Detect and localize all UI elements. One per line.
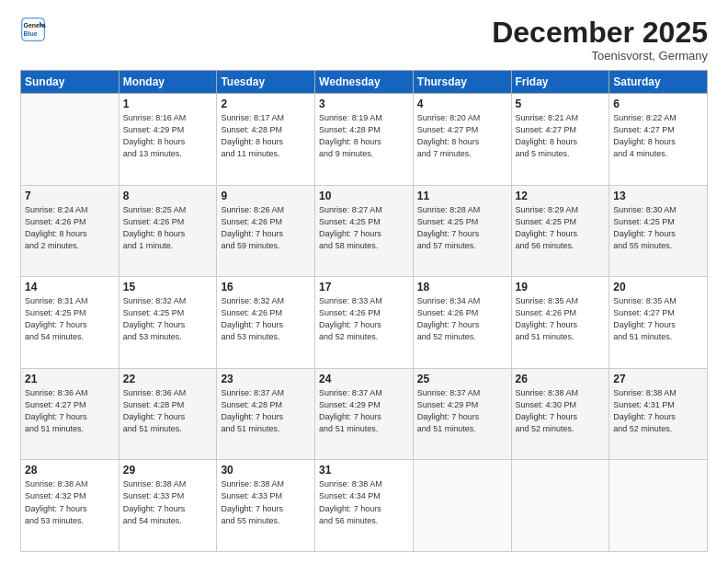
day-number: 10: [319, 190, 409, 202]
calendar-week-5: 28Sunrise: 8:38 AM Sunset: 4:32 PM Dayli…: [21, 460, 708, 552]
day-info: Sunrise: 8:38 AM Sunset: 4:33 PM Dayligh…: [123, 478, 213, 526]
calendar-cell: 7Sunrise: 8:24 AM Sunset: 4:26 PM Daylig…: [21, 185, 119, 277]
day-number: 2: [221, 98, 311, 110]
day-info: Sunrise: 8:26 AM Sunset: 4:26 PM Dayligh…: [221, 204, 311, 252]
day-number: 26: [516, 373, 606, 385]
day-number: 27: [613, 373, 703, 385]
calendar-cell: 28Sunrise: 8:38 AM Sunset: 4:32 PM Dayli…: [21, 460, 119, 552]
day-number: 11: [417, 190, 507, 202]
day-info: Sunrise: 8:27 AM Sunset: 4:25 PM Dayligh…: [319, 204, 409, 252]
calendar-cell: 24Sunrise: 8:37 AM Sunset: 4:29 PM Dayli…: [315, 368, 414, 460]
day-number: 20: [613, 281, 703, 293]
calendar-cell: [413, 460, 511, 552]
calendar-week-3: 14Sunrise: 8:31 AM Sunset: 4:25 PM Dayli…: [21, 277, 708, 369]
day-info: Sunrise: 8:16 AM Sunset: 4:29 PM Dayligh…: [123, 112, 213, 160]
day-info: Sunrise: 8:32 AM Sunset: 4:26 PM Dayligh…: [221, 295, 311, 343]
day-number: 18: [417, 281, 507, 293]
calendar-cell: 20Sunrise: 8:35 AM Sunset: 4:27 PM Dayli…: [609, 277, 708, 369]
day-info: Sunrise: 8:29 AM Sunset: 4:25 PM Dayligh…: [516, 204, 606, 252]
logo: General Blue: [20, 17, 46, 42]
day-number: 13: [613, 190, 703, 202]
weekday-header-sunday: Sunday: [21, 71, 119, 94]
day-info: Sunrise: 8:22 AM Sunset: 4:27 PM Dayligh…: [613, 112, 703, 160]
month-title: December 2025: [492, 17, 708, 49]
day-info: Sunrise: 8:38 AM Sunset: 4:31 PM Dayligh…: [613, 387, 703, 435]
day-info: Sunrise: 8:24 AM Sunset: 4:26 PM Dayligh…: [25, 204, 115, 252]
day-info: Sunrise: 8:31 AM Sunset: 4:25 PM Dayligh…: [25, 295, 115, 343]
day-info: Sunrise: 8:19 AM Sunset: 4:28 PM Dayligh…: [319, 112, 409, 160]
calendar-cell: 3Sunrise: 8:19 AM Sunset: 4:28 PM Daylig…: [315, 94, 414, 186]
day-number: 15: [123, 281, 213, 293]
day-number: 19: [516, 281, 606, 293]
day-number: 21: [25, 373, 115, 385]
day-info: Sunrise: 8:35 AM Sunset: 4:27 PM Dayligh…: [613, 295, 703, 343]
title-block: December 2025 Toenisvorst, Germany: [492, 17, 708, 63]
calendar-cell: 10Sunrise: 8:27 AM Sunset: 4:25 PM Dayli…: [315, 185, 414, 277]
calendar-table: SundayMondayTuesdayWednesdayThursdayFrid…: [20, 70, 708, 552]
weekday-header-friday: Friday: [511, 71, 609, 94]
day-info: Sunrise: 8:30 AM Sunset: 4:25 PM Dayligh…: [613, 204, 703, 252]
calendar-cell: 4Sunrise: 8:20 AM Sunset: 4:27 PM Daylig…: [413, 94, 511, 186]
day-info: Sunrise: 8:28 AM Sunset: 4:25 PM Dayligh…: [417, 204, 507, 252]
day-number: 1: [123, 98, 213, 110]
day-number: 23: [221, 373, 311, 385]
calendar-cell: 15Sunrise: 8:32 AM Sunset: 4:25 PM Dayli…: [119, 277, 217, 369]
weekday-header-thursday: Thursday: [413, 71, 511, 94]
day-number: 30: [221, 464, 311, 477]
calendar-cell: 6Sunrise: 8:22 AM Sunset: 4:27 PM Daylig…: [609, 94, 708, 186]
day-number: 31: [319, 464, 409, 477]
calendar-cell: 5Sunrise: 8:21 AM Sunset: 4:27 PM Daylig…: [511, 94, 609, 186]
day-info: Sunrise: 8:20 AM Sunset: 4:27 PM Dayligh…: [417, 112, 507, 160]
calendar-cell: 27Sunrise: 8:38 AM Sunset: 4:31 PM Dayli…: [609, 368, 708, 460]
calendar-cell: 30Sunrise: 8:38 AM Sunset: 4:33 PM Dayli…: [217, 460, 315, 552]
day-number: 25: [417, 373, 507, 385]
day-info: Sunrise: 8:38 AM Sunset: 4:33 PM Dayligh…: [221, 478, 311, 526]
page: General Blue December 2025 Toenisvorst, …: [0, 0, 728, 563]
svg-text:Blue: Blue: [24, 30, 38, 37]
day-info: Sunrise: 8:37 AM Sunset: 4:29 PM Dayligh…: [417, 387, 507, 435]
header: General Blue December 2025 Toenisvorst, …: [20, 17, 708, 63]
calendar-cell: 22Sunrise: 8:36 AM Sunset: 4:28 PM Dayli…: [119, 368, 217, 460]
calendar-cell: [511, 460, 609, 552]
calendar-cell: [609, 460, 708, 552]
location-subtitle: Toenisvorst, Germany: [492, 49, 708, 63]
calendar-cell: 12Sunrise: 8:29 AM Sunset: 4:25 PM Dayli…: [511, 185, 609, 277]
day-number: 9: [221, 190, 311, 202]
logo-icon: General Blue: [20, 17, 46, 42]
day-number: 6: [613, 98, 703, 110]
calendar-week-4: 21Sunrise: 8:36 AM Sunset: 4:27 PM Dayli…: [21, 368, 708, 460]
day-info: Sunrise: 8:38 AM Sunset: 4:30 PM Dayligh…: [516, 387, 606, 435]
calendar-cell: 8Sunrise: 8:25 AM Sunset: 4:26 PM Daylig…: [119, 185, 217, 277]
day-number: 29: [123, 464, 213, 477]
calendar-cell: 23Sunrise: 8:37 AM Sunset: 4:28 PM Dayli…: [217, 368, 315, 460]
day-number: 24: [319, 373, 409, 385]
day-info: Sunrise: 8:32 AM Sunset: 4:25 PM Dayligh…: [123, 295, 213, 343]
day-number: 4: [417, 98, 507, 110]
calendar-cell: 1Sunrise: 8:16 AM Sunset: 4:29 PM Daylig…: [119, 94, 217, 186]
day-number: 7: [25, 190, 115, 202]
calendar-cell: 25Sunrise: 8:37 AM Sunset: 4:29 PM Dayli…: [413, 368, 511, 460]
calendar-week-1: 1Sunrise: 8:16 AM Sunset: 4:29 PM Daylig…: [21, 94, 708, 186]
day-number: 22: [123, 373, 213, 385]
day-info: Sunrise: 8:21 AM Sunset: 4:27 PM Dayligh…: [516, 112, 606, 160]
day-info: Sunrise: 8:33 AM Sunset: 4:26 PM Dayligh…: [319, 295, 409, 343]
calendar-cell: [21, 94, 119, 186]
calendar-cell: 21Sunrise: 8:36 AM Sunset: 4:27 PM Dayli…: [21, 368, 119, 460]
day-info: Sunrise: 8:37 AM Sunset: 4:28 PM Dayligh…: [221, 387, 311, 435]
day-info: Sunrise: 8:36 AM Sunset: 4:27 PM Dayligh…: [25, 387, 115, 435]
day-info: Sunrise: 8:35 AM Sunset: 4:26 PM Dayligh…: [516, 295, 606, 343]
calendar-cell: 31Sunrise: 8:38 AM Sunset: 4:34 PM Dayli…: [315, 460, 414, 552]
day-number: 8: [123, 190, 213, 202]
calendar-cell: 2Sunrise: 8:17 AM Sunset: 4:28 PM Daylig…: [217, 94, 315, 186]
calendar-cell: 14Sunrise: 8:31 AM Sunset: 4:25 PM Dayli…: [21, 277, 119, 369]
calendar-cell: 11Sunrise: 8:28 AM Sunset: 4:25 PM Dayli…: [413, 185, 511, 277]
day-number: 14: [25, 281, 115, 293]
calendar-cell: 9Sunrise: 8:26 AM Sunset: 4:26 PM Daylig…: [217, 185, 315, 277]
day-info: Sunrise: 8:37 AM Sunset: 4:29 PM Dayligh…: [319, 387, 409, 435]
day-number: 17: [319, 281, 409, 293]
day-info: Sunrise: 8:17 AM Sunset: 4:28 PM Dayligh…: [221, 112, 311, 160]
calendar-cell: 19Sunrise: 8:35 AM Sunset: 4:26 PM Dayli…: [511, 277, 609, 369]
weekday-header-wednesday: Wednesday: [315, 71, 414, 94]
weekday-header-saturday: Saturday: [609, 71, 708, 94]
weekday-header-row: SundayMondayTuesdayWednesdayThursdayFrid…: [21, 71, 708, 94]
